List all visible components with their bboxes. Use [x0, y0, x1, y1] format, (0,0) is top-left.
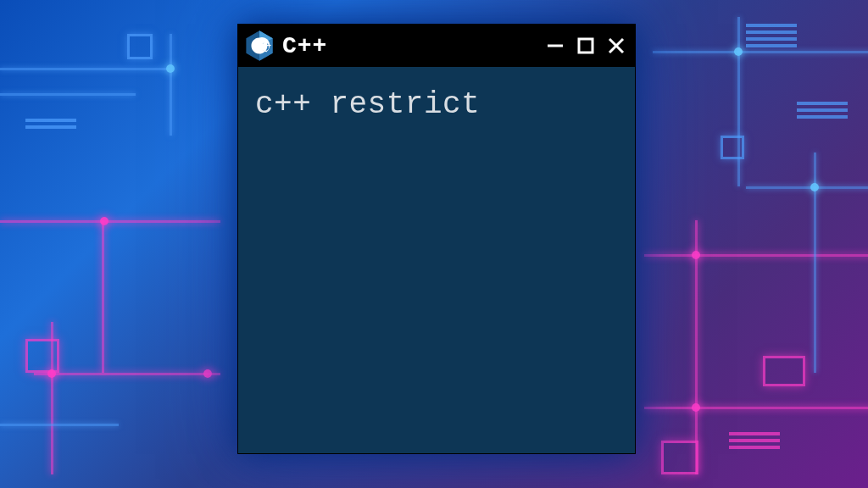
window-title: C++	[282, 33, 537, 59]
cpp-logo-icon	[245, 30, 274, 62]
titlebar: C++	[238, 25, 635, 67]
terminal-window: C++ c++ restrict	[237, 24, 636, 454]
terminal-text: c++ restrict	[255, 87, 618, 122]
window-controls	[545, 36, 626, 56]
svg-rect-6	[267, 45, 271, 46]
svg-rect-8	[579, 39, 593, 53]
minimize-button[interactable]	[545, 36, 565, 56]
close-button[interactable]	[606, 36, 626, 56]
svg-rect-4	[262, 45, 266, 46]
terminal-content: c++ restrict	[238, 67, 635, 142]
maximize-button[interactable]	[576, 36, 596, 56]
